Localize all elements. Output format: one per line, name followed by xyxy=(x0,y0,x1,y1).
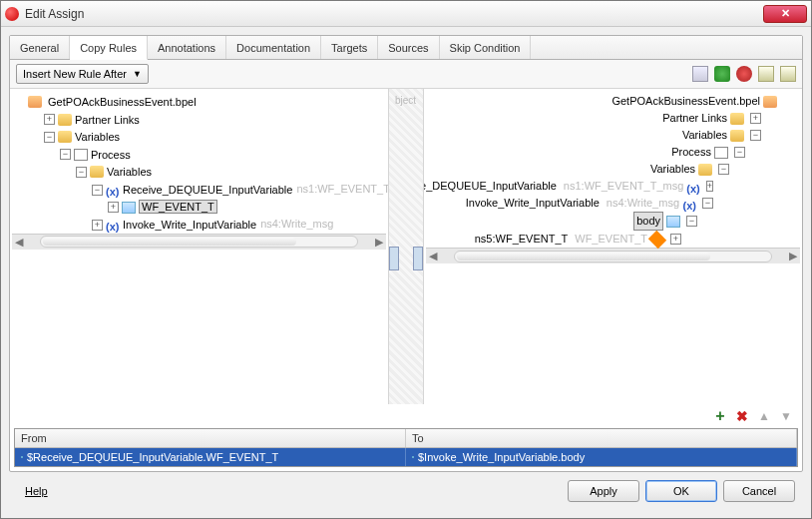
process-icon xyxy=(74,149,88,161)
cancel-button[interactable]: Cancel xyxy=(723,480,795,502)
bpel-icon xyxy=(763,96,777,108)
dropdown-label: Insert New Rule After xyxy=(23,68,127,80)
insert-rule-dropdown[interactable]: Insert New Rule After ▼ xyxy=(16,64,149,84)
variable-icon: (x) xyxy=(686,181,699,193)
move-down-button[interactable]: ▼ xyxy=(778,408,794,424)
tab-general[interactable]: General xyxy=(10,36,70,59)
target-variables[interactable]: Variables xyxy=(682,127,727,144)
collapse-icon[interactable]: − xyxy=(686,216,697,227)
collapse-icon[interactable]: − xyxy=(734,147,745,158)
expand-icon[interactable]: + xyxy=(44,114,55,125)
source-invoke-var[interactable]: Invoke_Write_InputVariable xyxy=(123,219,256,231)
collapse-icon[interactable]: − xyxy=(702,198,713,209)
gutter-label: bject xyxy=(395,95,416,106)
target-body[interactable]: body xyxy=(633,212,663,231)
tab-bar: General Copy Rules Annotations Documenta… xyxy=(10,36,802,60)
source-root[interactable]: GetPOAckBusinessEvent.bpel xyxy=(48,96,197,108)
rules-table: From To $Receive_DEQUEUE_InputVariable.W… xyxy=(14,428,798,467)
button-bar: Help Apply OK Cancel xyxy=(9,472,803,510)
titlebar: Edit Assign ✕ xyxy=(1,1,811,27)
window-title: Edit Assign xyxy=(25,7,763,21)
move-up-button[interactable]: ▲ xyxy=(756,408,772,424)
source-process[interactable]: Process xyxy=(91,148,131,160)
rule-row[interactable]: $Receive_DEQUEUE_InputVariable.WF_EVENT_… xyxy=(15,448,797,466)
variable-icon: (x) xyxy=(106,184,120,196)
folder-icon xyxy=(58,131,72,143)
collapse-icon[interactable]: − xyxy=(718,164,729,175)
rule-from-value: $Receive_DEQUEUE_InputVariable.WF_EVENT_… xyxy=(27,451,278,463)
folder-icon xyxy=(730,113,744,125)
left-handle[interactable] xyxy=(389,247,399,270)
message-icon xyxy=(122,202,136,214)
delete-icon[interactable] xyxy=(736,66,752,82)
mapping-gutter[interactable]: bject xyxy=(388,89,424,404)
process-icon xyxy=(714,147,728,159)
toolbar: Insert New Rule After ▼ xyxy=(10,60,802,89)
apply-button[interactable]: Apply xyxy=(568,480,639,502)
dialog-window: Edit Assign ✕ General Copy Rules Annotat… xyxy=(0,0,812,519)
target-invoke-var[interactable]: Invoke_Write_InputVariable xyxy=(466,195,600,212)
folder-icon xyxy=(730,130,744,142)
from-header: From xyxy=(15,429,406,447)
h-scrollbar[interactable]: ◀▶ xyxy=(12,234,386,250)
help-link[interactable]: Help xyxy=(17,481,56,501)
target-inner-variables[interactable]: Variables xyxy=(650,161,695,178)
source-wf-event[interactable]: WF_EVENT_T xyxy=(139,200,217,214)
new-doc-icon[interactable] xyxy=(692,66,708,82)
expand-icon[interactable]: + xyxy=(108,202,119,213)
variable-icon: (x) xyxy=(106,219,120,231)
collapse-icon[interactable]: − xyxy=(44,132,55,143)
tab-sources[interactable]: Sources xyxy=(378,36,439,59)
add-rule-button[interactable]: + xyxy=(712,408,728,424)
keyboard-icon[interactable] xyxy=(758,66,774,82)
collapse-icon[interactable]: − xyxy=(750,130,761,141)
h-scrollbar[interactable]: ◀▶ xyxy=(426,248,800,263)
target-recv-var[interactable]: Receive_DEQUEUE_InputVariable xyxy=(424,178,557,195)
close-button[interactable]: ✕ xyxy=(763,5,807,23)
message-icon xyxy=(412,456,414,458)
target-tree-pane[interactable]: GetPOAckBusinessEvent.bpel Partner Links… xyxy=(424,89,802,404)
collapse-icon[interactable]: − xyxy=(76,167,87,178)
variable-icon: (x) xyxy=(682,198,696,210)
rule-to-value: $Invoke_Write_InputVariable.body xyxy=(418,451,585,463)
app-icon xyxy=(5,7,19,21)
chevron-down-icon: ▼ xyxy=(133,69,142,79)
rules-toolbar: + ✖ ▲ ▼ xyxy=(10,404,802,428)
target-root[interactable]: GetPOAckBusinessEvent.bpel xyxy=(611,93,760,110)
source-variables[interactable]: Variables xyxy=(75,131,120,143)
target-wf-event[interactable]: ns5:WF_EVENT_T xyxy=(475,231,569,248)
extra-icon[interactable] xyxy=(780,66,796,82)
tab-documentation[interactable]: Documentation xyxy=(226,36,321,59)
message-icon xyxy=(21,456,23,458)
remove-rule-button[interactable]: ✖ xyxy=(734,408,750,424)
collapse-icon[interactable]: − xyxy=(60,149,71,160)
tab-skip-condition[interactable]: Skip Condition xyxy=(440,36,532,59)
source-partner-links[interactable]: Partner Links xyxy=(75,113,140,125)
expand-icon[interactable]: + xyxy=(670,234,681,245)
source-recv-var[interactable]: Receive_DEQUEUE_InputVariable xyxy=(123,184,292,196)
message-icon xyxy=(666,216,680,228)
expand-icon[interactable]: + xyxy=(750,113,761,124)
expand-icon[interactable]: + xyxy=(706,181,713,192)
source-inner-variables[interactable]: Variables xyxy=(107,166,152,178)
diamond-icon xyxy=(648,230,666,248)
folder-icon xyxy=(90,166,104,178)
source-tree-pane[interactable]: GetPOAckBusinessEvent.bpel +Partner Link… xyxy=(10,89,388,404)
to-header: To xyxy=(406,429,797,447)
add-icon[interactable] xyxy=(714,66,730,82)
tab-annotations[interactable]: Annotations xyxy=(148,36,226,59)
right-handle[interactable] xyxy=(413,247,423,270)
collapse-icon[interactable]: − xyxy=(92,185,103,196)
bpel-icon xyxy=(28,96,42,108)
ok-button[interactable]: OK xyxy=(645,480,717,502)
expand-icon[interactable]: + xyxy=(92,220,103,231)
tab-targets[interactable]: Targets xyxy=(321,36,378,59)
target-process[interactable]: Process xyxy=(671,144,711,161)
target-partner-links[interactable]: Partner Links xyxy=(662,110,727,127)
folder-icon xyxy=(698,164,712,176)
tab-copy-rules[interactable]: Copy Rules xyxy=(70,36,148,60)
folder-icon xyxy=(58,114,72,126)
